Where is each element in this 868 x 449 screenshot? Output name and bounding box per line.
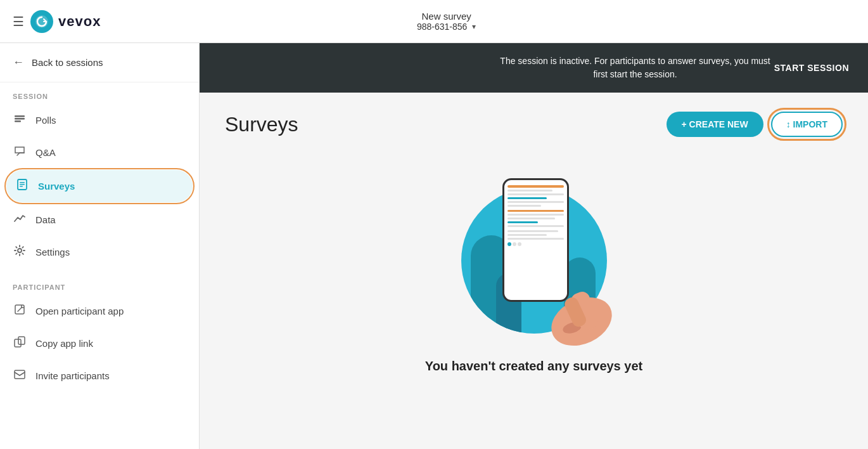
sidebar-item-qa[interactable]: Q&A — [0, 136, 199, 169]
svg-rect-3 — [15, 120, 21, 122]
sidebar: ← Back to sessions SESSION Polls Q&A Sur… — [0, 43, 200, 449]
content-header: Surveys + CREATE NEW ↕ IMPORT — [225, 112, 843, 137]
back-arrow-icon: ← — [13, 56, 24, 69]
sidebar-item-invite[interactable]: Invite participants — [0, 360, 199, 392]
empty-state-text: You haven't created any surveys yet — [425, 359, 642, 374]
surveys-label: Surveys — [38, 181, 75, 192]
create-new-button[interactable]: + CREATE NEW — [667, 112, 763, 137]
session-id: 988-631-856 — [417, 22, 467, 32]
surveys-content: Surveys + CREATE NEW ↕ IMPORT — [200, 93, 868, 449]
settings-icon — [13, 244, 27, 260]
session-name: New survey — [417, 11, 476, 22]
data-label: Data — [35, 214, 56, 225]
polls-icon — [13, 112, 27, 128]
logo-text: vevox — [58, 13, 101, 30]
svg-rect-1 — [15, 115, 25, 117]
banner-message: The session is inactive. For participant… — [496, 55, 774, 81]
inactive-banner: The session is inactive. For participant… — [200, 43, 868, 93]
qa-label: Q&A — [35, 147, 56, 158]
data-icon — [13, 212, 27, 228]
sidebar-item-open-app[interactable]: Open participant app — [0, 295, 199, 327]
participant-section-label: PARTICIPANT — [0, 273, 199, 295]
copy-link-icon — [13, 335, 27, 351]
svg-point-8 — [18, 249, 22, 252]
menu-icon[interactable]: ☰ — [13, 14, 24, 29]
open-app-label: Open participant app — [35, 306, 124, 316]
svg-rect-5 — [20, 182, 25, 183]
empty-state: You haven't created any surveys yet — [225, 162, 843, 374]
app-header: ☰ vevox New survey 988-631-856 ▾ — [0, 0, 868, 43]
svg-rect-7 — [20, 186, 23, 187]
qa-icon — [13, 145, 27, 160]
main-content: The session is inactive. For participant… — [200, 43, 868, 449]
svg-rect-12 — [15, 370, 25, 379]
action-buttons: + CREATE NEW ↕ IMPORT — [667, 112, 843, 137]
session-dropdown-arrow[interactable]: ▾ — [472, 22, 476, 31]
open-app-icon — [13, 303, 27, 319]
sidebar-item-surveys[interactable]: Surveys — [6, 170, 193, 202]
svg-rect-6 — [20, 184, 25, 185]
svg-rect-11 — [18, 337, 25, 344]
surveys-icon — [15, 178, 29, 194]
settings-label: Settings — [35, 247, 70, 257]
import-button[interactable]: ↕ IMPORT — [771, 112, 843, 137]
header-left: ☰ vevox — [13, 10, 101, 33]
logo-icon — [30, 10, 53, 33]
main-layout: ← Back to sessions SESSION Polls Q&A Sur… — [0, 43, 868, 449]
sidebar-item-polls[interactable]: Polls — [0, 104, 199, 136]
session-section-label: SESSION — [0, 82, 199, 104]
invite-label: Invite participants — [35, 370, 110, 381]
start-session-button[interactable]: START SESSION — [774, 63, 849, 73]
polls-label: Polls — [35, 115, 56, 126]
page-title: Surveys — [225, 113, 298, 136]
sidebar-item-settings[interactable]: Settings — [0, 236, 199, 268]
svg-rect-10 — [15, 339, 21, 347]
back-label: Back to sessions — [32, 57, 103, 68]
logo-area: vevox — [30, 10, 101, 33]
sidebar-item-copy-link[interactable]: Copy app link — [0, 327, 199, 360]
copy-link-label: Copy app link — [35, 338, 93, 349]
invite-icon — [13, 368, 27, 384]
session-info[interactable]: New survey 988-631-856 ▾ — [417, 11, 476, 32]
svg-rect-2 — [15, 118, 25, 120]
back-to-sessions[interactable]: ← Back to sessions — [0, 43, 199, 82]
sidebar-item-data[interactable]: Data — [0, 204, 199, 236]
